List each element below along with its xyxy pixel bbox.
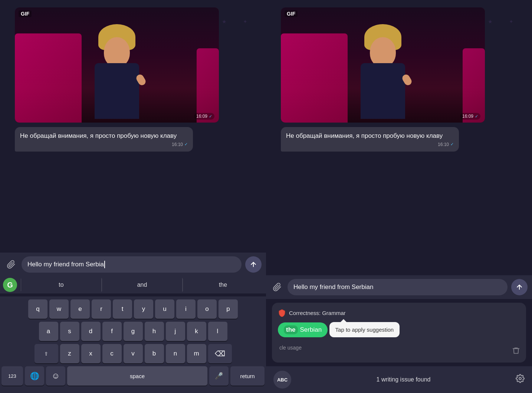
article-note: cle usage	[278, 345, 520, 351]
key-e[interactable]: e	[70, 299, 90, 319]
key-c[interactable]: c	[102, 344, 122, 363]
key-h[interactable]: h	[145, 322, 164, 341]
correctness-label: Correctness: Grammar	[289, 310, 346, 316]
key-d[interactable]: d	[81, 322, 101, 341]
settings-button[interactable]	[516, 374, 525, 385]
suggestion-the[interactable]: the	[183, 279, 263, 291]
right-text-input[interactable]: Hello my friend from Serbian	[288, 279, 508, 295]
left-send-button[interactable]	[245, 256, 262, 273]
grammarly-panel: Correctness: Grammar the Serbian Tap to …	[272, 303, 526, 363]
delete-suggestion-button[interactable]	[512, 347, 520, 357]
key-o[interactable]: o	[197, 299, 217, 319]
right-gif-chair-left	[281, 33, 348, 123]
key-shift[interactable]: ⇧	[35, 344, 58, 363]
shield-icon	[278, 309, 286, 317]
left-text-content: Не обращай внимания, я просто пробую нов…	[20, 131, 188, 140]
left-input-area: Hello my friend from Serbia	[0, 253, 266, 276]
right-gif-time-text: 16:09	[462, 114, 473, 119]
correctness-header: Correctness: Grammar	[278, 309, 520, 317]
tooltip-text: Tap to apply suggestion	[335, 327, 394, 333]
key-mic[interactable]: 🎤	[209, 366, 229, 386]
key-w[interactable]: w	[49, 299, 69, 319]
left-gif-timestamp: 16:09 ✓	[194, 113, 214, 120]
key-b[interactable]: b	[145, 344, 164, 363]
key-f[interactable]: f	[102, 322, 122, 341]
keyboard-row-1: q w e r t y u i o p	[1, 299, 265, 319]
chip-rest: Serbian	[300, 326, 322, 334]
key-globe[interactable]: 🌐	[25, 366, 44, 386]
key-return[interactable]: return	[230, 366, 265, 386]
right-input-area: Hello my friend from Serbian	[266, 275, 532, 299]
suggestion-chip[interactable]: the Serbian	[278, 322, 328, 337]
right-gif-label: GIF	[285, 10, 298, 17]
right-gif-image: 16:09 ✓	[281, 7, 485, 123]
key-m[interactable]: m	[187, 344, 206, 363]
right-gif-message[interactable]: GIF 16:09 ✓	[281, 7, 485, 123]
key-r[interactable]: r	[92, 299, 111, 319]
suggestion-area: the Serbian Tap to apply suggestion cle …	[278, 322, 520, 351]
right-messages: GIF 16:09 ✓	[266, 0, 532, 155]
cursor	[104, 261, 105, 268]
left-gif-image: 16:09 ✓	[15, 7, 219, 123]
svg-point-0	[519, 377, 521, 380]
right-attach-button[interactable]	[270, 280, 284, 294]
article-note-text: cle usage	[279, 345, 302, 351]
right-input-text: Hello my friend from Serbian	[293, 283, 373, 291]
key-l[interactable]: l	[208, 322, 227, 341]
left-text-input[interactable]: Hello my friend from Serbia	[22, 256, 242, 273]
suggestion-tooltip[interactable]: Tap to apply suggestion	[329, 322, 400, 337]
left-text-timestamp: 16:10	[172, 142, 183, 147]
left-suggestions-row: G to and the	[0, 276, 266, 293]
key-q[interactable]: q	[28, 299, 47, 319]
left-panel: GIF 16:09 ✓	[0, 0, 266, 393]
key-k[interactable]: k	[187, 322, 206, 341]
person-torso	[95, 63, 139, 119]
right-gif-chair-right	[463, 48, 485, 123]
key-i[interactable]: i	[176, 299, 196, 319]
key-u[interactable]: u	[155, 299, 174, 319]
right-send-button[interactable]	[511, 279, 528, 295]
right-gif-person	[353, 33, 413, 119]
key-x[interactable]: x	[81, 344, 101, 363]
right-text-content: Не обращай внимания, я просто пробую нов…	[286, 131, 454, 140]
grammarly-g-letter: G	[7, 281, 13, 289]
gif-person	[87, 33, 147, 119]
key-y[interactable]: y	[134, 299, 153, 319]
right-person-head	[370, 37, 396, 67]
keyboard-row-3: ⇧ z x c v b n m ⌫	[1, 344, 265, 363]
suggestion-and[interactable]: and	[102, 279, 182, 291]
abc-badge[interactable]: ABC	[273, 371, 291, 389]
key-backspace[interactable]: ⌫	[208, 344, 232, 363]
tooltip-container: Tap to apply suggestion	[329, 322, 400, 337]
key-g[interactable]: g	[124, 322, 143, 341]
key-z[interactable]: z	[60, 344, 79, 363]
right-person-torso	[361, 63, 405, 119]
tooltip-arrow	[341, 319, 347, 322]
key-s[interactable]: s	[60, 322, 79, 341]
left-gif-message[interactable]: GIF 16:09 ✓	[15, 7, 219, 123]
left-text-checkmark: ✓	[184, 142, 188, 147]
suggestion-to[interactable]: to	[21, 279, 101, 291]
issues-count-text: 1 writing issue found	[291, 376, 516, 383]
left-attach-button[interactable]	[4, 258, 18, 271]
key-space[interactable]: space	[67, 366, 207, 386]
key-t[interactable]: t	[113, 299, 132, 319]
key-v[interactable]: v	[124, 344, 143, 363]
grammarly-icon[interactable]: G	[3, 278, 17, 292]
left-chat-area: GIF 16:09 ✓	[0, 0, 266, 253]
right-text-time: 16:10 ✓	[286, 142, 454, 147]
key-emoji[interactable]: ☺	[46, 366, 65, 386]
keyboard-row-2: a s d f g h j k l	[1, 322, 265, 341]
key-a[interactable]: a	[39, 322, 58, 341]
left-messages: GIF 16:09 ✓	[0, 0, 266, 155]
right-panel: GIF 16:09 ✓	[266, 0, 532, 393]
key-j[interactable]: j	[166, 322, 185, 341]
keyboard-row-4: 123 🌐 ☺ space 🎤 return	[1, 366, 265, 386]
key-p[interactable]: p	[219, 299, 238, 319]
right-gif-checkmark: ✓	[475, 114, 478, 119]
right-gif-timestamp: 16:09 ✓	[460, 113, 480, 120]
key-n[interactable]: n	[166, 344, 185, 363]
key-123[interactable]: 123	[1, 366, 23, 386]
right-text-message: Не обращай внимания, я просто пробую нов…	[281, 127, 459, 152]
left-gif-label: GIF	[19, 10, 32, 17]
